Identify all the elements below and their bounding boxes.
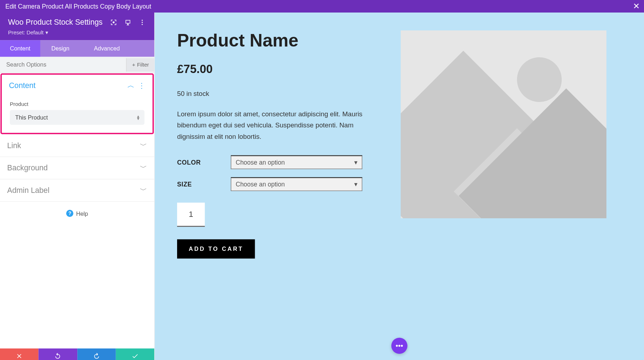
module-header: Woo Product Stock Settings Preset: Defau…: [0, 13, 154, 40]
search-row: + Filter: [0, 57, 154, 73]
section-title: Background: [7, 164, 140, 172]
settings-tabs: Content Design Advanced: [0, 40, 154, 57]
chevron-down-icon: ▾: [45, 30, 48, 36]
chevron-down-icon: ▾: [354, 181, 357, 188]
chevron-down-icon: ﹀: [140, 163, 147, 172]
section-title: Content: [9, 81, 127, 90]
close-icon[interactable]: ✕: [633, 2, 640, 10]
section-menu-icon[interactable]: ⋮: [138, 82, 145, 90]
product-title: Product Name: [177, 30, 374, 50]
title-bar-text: Edit Camera Product All Products Copy Bo…: [5, 3, 151, 10]
fab-more-button[interactable]: •••: [391, 338, 408, 354]
chevron-up-icon: ︿: [127, 81, 135, 90]
close-icon: [16, 352, 23, 360]
cancel-button[interactable]: [0, 349, 39, 360]
color-label: COLOR: [177, 159, 231, 166]
section-title: Admin Label: [7, 186, 140, 195]
settings-sidebar: Woo Product Stock Settings Preset: Defau…: [0, 13, 155, 360]
plus-icon: +: [132, 62, 135, 68]
preset-selector[interactable]: Preset: Default ▾: [8, 30, 146, 36]
more-icon[interactable]: [138, 18, 146, 26]
section-admin-label-header[interactable]: Admin Label ﹀: [0, 179, 154, 202]
size-select[interactable]: Choose an option ▾: [231, 177, 362, 191]
section-title: Link: [7, 141, 140, 150]
check-icon: [131, 352, 138, 360]
redo-icon: [93, 352, 100, 360]
chevron-down-icon: ﹀: [140, 141, 147, 150]
product-field-label: Product: [10, 101, 145, 108]
responsive-icon[interactable]: [124, 18, 132, 26]
help-link[interactable]: ? Help: [0, 202, 154, 225]
preview-canvas: Product Name £75.00 50 in stock Lorem ip…: [155, 13, 644, 360]
resize-handle-icon[interactable]: [638, 357, 643, 360]
chevron-down-icon: ﹀: [140, 186, 147, 195]
tab-advanced[interactable]: Advanced: [80, 40, 154, 57]
svg-point-2: [142, 24, 143, 25]
section-content-body: Product This Product ▴▾: [2, 97, 152, 133]
undo-icon: [54, 352, 62, 360]
tab-design[interactable]: Design: [40, 40, 81, 57]
svg-point-0: [142, 20, 143, 21]
chevron-down-icon: ▾: [354, 159, 357, 166]
sections-list: Content ︿ ⋮ Product This Product ▴▾ Link…: [0, 73, 154, 349]
redo-button[interactable]: [77, 349, 116, 360]
product-price: £75.00: [177, 62, 374, 76]
search-input[interactable]: [0, 57, 126, 73]
product-select-value: This Product: [15, 114, 48, 121]
title-bar: Edit Camera Product All Products Copy Bo…: [0, 0, 644, 13]
product-image-placeholder: [401, 30, 606, 218]
product-select[interactable]: This Product ▴▾: [10, 110, 145, 125]
help-icon: ?: [66, 210, 73, 217]
dots-icon: •••: [396, 342, 403, 350]
section-link-header[interactable]: Link ﹀: [0, 135, 154, 157]
size-label: SIZE: [177, 181, 231, 188]
footer-buttons: [0, 349, 154, 360]
product-description: Lorem ipsum dolor sit amet, consectetur …: [177, 109, 374, 142]
product-stock: 50 in stock: [177, 89, 374, 97]
svg-point-1: [142, 22, 143, 23]
section-content-header[interactable]: Content ︿ ⋮: [2, 75, 152, 97]
filter-button[interactable]: + Filter: [126, 58, 154, 72]
section-background-header[interactable]: Background ﹀: [0, 157, 154, 180]
color-select[interactable]: Choose an option ▾: [231, 155, 362, 169]
focus-icon[interactable]: [109, 18, 118, 26]
module-title: Woo Product Stock Settings: [8, 18, 103, 27]
select-arrows-icon: ▴▾: [137, 115, 139, 120]
save-button[interactable]: [116, 349, 154, 360]
preset-label: Preset: Default: [8, 30, 44, 36]
content-section-highlight: Content ︿ ⋮ Product This Product ▴▾: [0, 73, 154, 134]
add-to-cart-button[interactable]: ADD TO CART: [177, 239, 255, 259]
undo-button[interactable]: [39, 349, 77, 360]
quantity-input[interactable]: [177, 203, 205, 227]
tab-content[interactable]: Content: [0, 40, 40, 57]
